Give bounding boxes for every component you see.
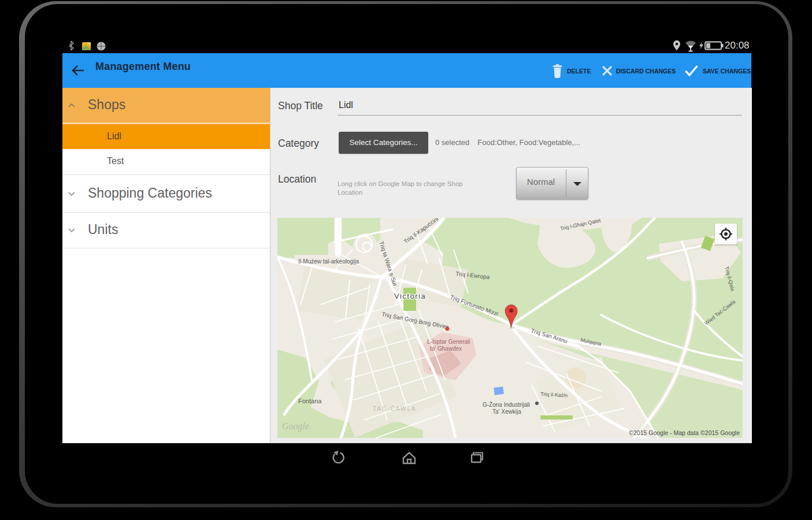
- svg-text:G-Żona Industrijali: G-Żona Industrijali: [483, 401, 530, 408]
- svg-text:TAĊ-ĊAWLA: TAĊ-ĊAWLA: [373, 405, 417, 412]
- svg-text:Fontana: Fontana: [298, 398, 322, 404]
- svg-text:©2015 Google - Map data ©2015: ©2015 Google - Map data ©2015 Google: [629, 429, 740, 436]
- svg-text:Il-Mużew tal-arkeologija: Il-Mużew tal-arkeologija: [298, 258, 359, 265]
- svg-text:Google: Google: [282, 421, 309, 432]
- svg-text:Ta' Xewkija: Ta' Xewkija: [492, 408, 521, 415]
- svg-text:L-Isptar Ġenerali: L-Isptar Ġenerali: [427, 338, 470, 345]
- svg-text:Victoria: Victoria: [394, 292, 426, 300]
- svg-text:ta' Għawdex: ta' Għawdex: [430, 346, 462, 352]
